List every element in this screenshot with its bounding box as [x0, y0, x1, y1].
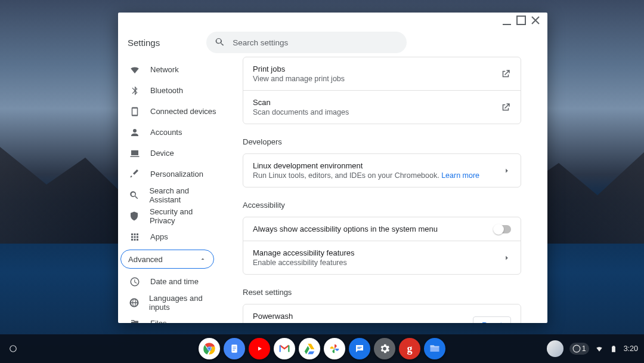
shelf-app-drive[interactable]: [299, 338, 320, 359]
search-wrap[interactable]: [206, 32, 407, 53]
shelf-app-files[interactable]: [424, 338, 445, 359]
svg-rect-1: [517, 16, 525, 24]
folder-icon: [129, 318, 141, 324]
section-heading-accessibility: Accessibility: [243, 201, 521, 210]
print-scan-card: Print jobs View and manage print jobs Sc…: [243, 57, 521, 124]
sidebar-advanced-toggle[interactable]: Advanced: [120, 250, 214, 269]
content-area: Print jobs View and manage print jobs Sc…: [216, 57, 547, 323]
battery-status-icon: [609, 344, 618, 353]
row-title: Always show accessibility options in the…: [253, 224, 438, 233]
shelf-app-chrome[interactable]: [199, 338, 220, 359]
sidebar-item-label: Network: [150, 65, 179, 74]
chevron-right-icon: [503, 167, 511, 175]
svg-rect-0: [503, 24, 511, 25]
phone-icon: [129, 106, 141, 118]
app-title: Settings: [128, 38, 160, 48]
sidebar-item-label: Date and time: [150, 277, 199, 286]
sidebar-item-label: Personalization: [150, 170, 203, 179]
sidebar-item-languages-inputs[interactable]: Languages and inputs: [118, 292, 216, 313]
accessibility-card: Always show accessibility options in the…: [243, 217, 521, 275]
sidebar-item-label: Apps: [150, 232, 168, 241]
row-scan[interactable]: Scan Scan documents and images: [243, 90, 521, 124]
chevron-up-icon: [199, 256, 206, 263]
shelf-app-cursive[interactable]: g: [399, 338, 420, 359]
section-heading-reset: Reset settings: [243, 288, 521, 297]
brush-icon: [129, 168, 141, 180]
maximize-button[interactable]: [514, 13, 528, 27]
minimize-button[interactable]: [500, 13, 514, 27]
sidebar-item-label: Files: [150, 319, 166, 323]
svg-rect-11: [357, 347, 362, 347]
settings-header: Settings: [118, 28, 547, 57]
search-icon: [215, 37, 225, 48]
learn-more-link[interactable]: Learn more: [441, 171, 479, 180]
person-icon: [129, 127, 141, 139]
sidebar-item-accounts[interactable]: Accounts: [118, 122, 216, 143]
row-sub: Enable accessibility features: [253, 259, 355, 267]
sidebar-item-label: Security and Privacy: [150, 207, 216, 225]
row-title: Linux development environment: [253, 161, 479, 170]
user-avatar[interactable]: [547, 340, 564, 357]
sidebar-item-apps[interactable]: Apps: [118, 226, 216, 247]
reset-button[interactable]: Reset: [473, 316, 511, 323]
search-input[interactable]: [233, 38, 398, 47]
close-button[interactable]: [528, 13, 543, 27]
shelf-app-docs[interactable]: [224, 338, 245, 359]
svg-point-2: [10, 346, 17, 352]
shelf-app-youtube[interactable]: [249, 338, 270, 359]
row-sub: Remove all user accounts and reset your …: [253, 322, 467, 323]
sidebar-item-personalization[interactable]: Personalization: [118, 164, 216, 184]
row-sub: View and manage print jobs: [253, 75, 345, 83]
search-icon: [129, 189, 140, 201]
sidebar-item-label: Search and Assistant: [149, 186, 216, 204]
chevron-right-icon: [503, 254, 511, 262]
row-sub: Run Linux tools, editors, and IDEs on yo…: [253, 171, 479, 180]
row-manage-accessibility[interactable]: Manage accessibility features Enable acc…: [243, 241, 521, 274]
svg-point-13: [573, 345, 580, 352]
notification-count-pill[interactable]: 1: [569, 343, 589, 355]
sidebar-item-security-privacy[interactable]: Security and Privacy: [118, 205, 216, 226]
shelf-status-area[interactable]: 1 3:20: [547, 334, 638, 363]
laptop-icon: [129, 147, 141, 159]
sidebar-item-network[interactable]: Network: [118, 59, 216, 80]
sidebar-item-files[interactable]: Files: [118, 313, 216, 323]
bluetooth-icon: [129, 85, 141, 97]
sidebar-item-label: Bluetooth: [150, 86, 183, 95]
accessibility-always-show-toggle[interactable]: [494, 225, 511, 233]
shelf-app-photos[interactable]: [324, 338, 345, 359]
sidebar-item-search-assistant[interactable]: Search and Assistant: [118, 184, 216, 205]
sidebar-item-device[interactable]: Device: [118, 143, 216, 164]
sidebar-item-bluetooth[interactable]: Bluetooth: [118, 80, 216, 101]
apps-grid-icon: [129, 231, 141, 243]
row-sub: Scan documents and images: [253, 108, 349, 116]
developers-card: Linux development environment Run Linux …: [243, 153, 521, 187]
sidebar-item-date-time[interactable]: Date and time: [118, 271, 216, 292]
settings-window: Settings Network Bluetooth Connected dev…: [118, 13, 547, 323]
sidebar-item-connected-devices[interactable]: Connected devices: [118, 101, 216, 122]
window-titlebar: [118, 13, 547, 28]
launcher-button[interactable]: [5, 340, 21, 357]
shelf-app-settings[interactable]: [374, 338, 395, 359]
advanced-label: Advanced: [128, 255, 163, 264]
section-heading-developers: Developers: [243, 137, 521, 146]
svg-rect-9: [233, 348, 236, 349]
shelf-app-messages[interactable]: [349, 338, 370, 359]
row-accessibility-toggle: Always show accessibility options in the…: [243, 217, 521, 241]
globe-icon: [129, 297, 140, 309]
row-linux-env[interactable]: Linux development environment Run Linux …: [243, 154, 521, 187]
row-title: Scan: [253, 98, 349, 107]
shelf: g 1 3:20: [0, 334, 644, 363]
svg-rect-8: [233, 347, 236, 347]
row-powerwash: Powerwash Remove all user accounts and r…: [243, 304, 521, 323]
sidebar-item-label: Languages and inputs: [149, 294, 216, 312]
sidebar-item-label: Device: [150, 149, 174, 158]
sidebar: Network Bluetooth Connected devices Acco…: [118, 57, 216, 323]
open-external-icon: [500, 69, 511, 79]
notification-count: 1: [582, 344, 586, 353]
svg-rect-10: [233, 350, 234, 350]
row-print-jobs[interactable]: Print jobs View and manage print jobs: [243, 57, 521, 90]
sidebar-item-label: Accounts: [150, 128, 182, 137]
clock-icon: [129, 276, 141, 288]
shelf-app-gmail[interactable]: [274, 338, 295, 359]
wifi-status-icon: [595, 344, 603, 353]
